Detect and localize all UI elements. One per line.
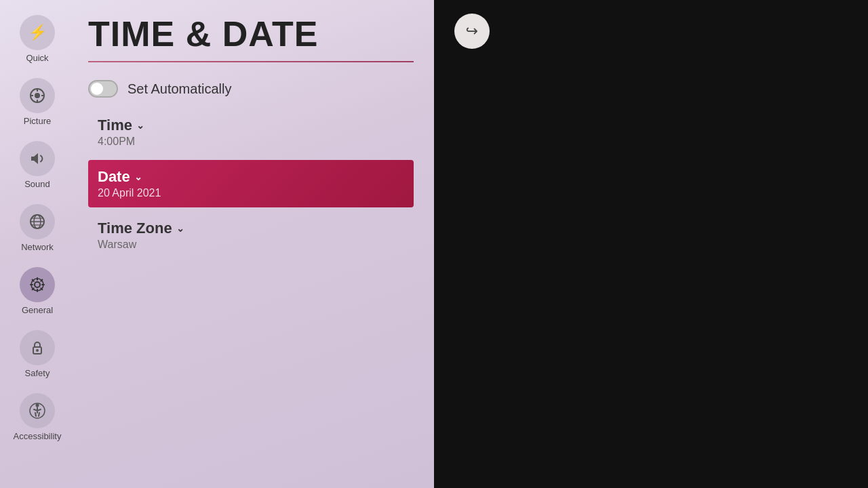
sound-icon [20,141,55,176]
svg-point-11 [35,282,40,287]
main-content: TIME & DATE Set Automatically Time ⌄ 4:0… [75,0,434,488]
sidebar-item-general[interactable]: General [0,259,75,322]
svg-point-15 [36,404,39,407]
right-panel: ↩ [434,0,868,488]
time-value: 4:00PM [98,136,404,148]
safety-icon [20,330,55,365]
toggle-knob [91,83,103,95]
network-icon [20,204,55,239]
back-arrow-icon: ↩ [466,22,478,40]
back-button[interactable]: ↩ [454,14,490,49]
accessibility-icon [20,393,55,428]
svg-point-1 [35,93,40,98]
sidebar-item-label-accessibility: Accessibility [14,431,62,441]
date-chevron: ⌄ [134,171,142,182]
sidebar-item-label-picture: Picture [24,116,51,126]
date-value: 20 April 2021 [98,187,404,199]
page-title: TIME & DATE [88,14,414,54]
sidebar-item-label-quick: Quick [26,53,48,63]
date-title: Date ⌄ [98,168,404,186]
svg-point-14 [36,349,39,352]
set-automatically-row[interactable]: Set Automatically [88,75,414,103]
sidebar-item-accessibility[interactable]: Accessibility [0,385,75,448]
sidebar-item-network[interactable]: Network [0,196,75,259]
timezone-chevron: ⌄ [176,223,184,234]
time-chevron: ⌄ [136,120,144,131]
sidebar-item-safety[interactable]: Safety [0,322,75,385]
date-row[interactable]: Date ⌄ 20 April 2021 [88,160,414,207]
timezone-value: Warsaw [98,239,404,251]
title-divider [88,61,414,62]
quick-icon: ⚡ [20,15,55,50]
sidebar-item-label-general: General [22,305,53,315]
sidebar-item-sound[interactable]: Sound [0,133,75,196]
timezone-row[interactable]: Time Zone ⌄ Warsaw [88,211,414,259]
sidebar-item-quick[interactable]: ⚡ Quick [0,7,75,70]
auto-toggle[interactable] [88,80,118,98]
left-panel: ⚡ Quick Picture [0,0,434,488]
sidebar-item-label-network: Network [21,242,54,252]
sidebar: ⚡ Quick Picture [0,0,75,488]
time-title: Time ⌄ [98,117,404,134]
sidebar-item-label-sound: Sound [24,179,50,189]
sidebar-item-label-safety: Safety [25,368,50,378]
picture-icon [20,78,55,113]
sidebar-item-picture[interactable]: Picture [0,70,75,133]
time-row[interactable]: Time ⌄ 4:00PM [88,108,414,156]
general-icon [20,267,55,302]
auto-label: Set Automatically [127,81,231,97]
timezone-title: Time Zone ⌄ [98,220,404,237]
